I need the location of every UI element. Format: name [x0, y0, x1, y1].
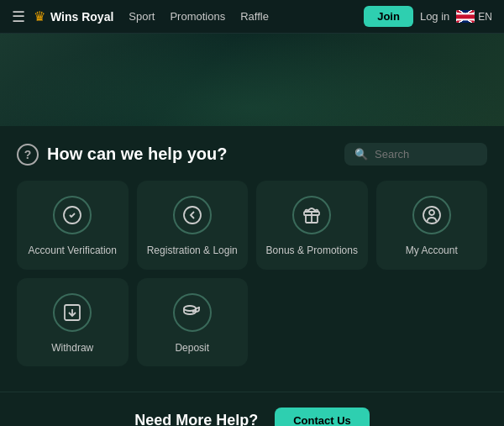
user-circle-icon [422, 205, 442, 225]
search-icon: 🔍 [354, 148, 368, 160]
card-label-registration-login: Registration & Login [147, 245, 238, 258]
card-registration-login[interactable]: Registration & Login [137, 181, 249, 270]
card-account-verification[interactable]: Account Verification [17, 181, 129, 270]
card-empty-2 [376, 278, 488, 367]
card-icon-gift [292, 196, 331, 234]
card-empty-1 [256, 278, 368, 367]
search-box[interactable]: 🔍 [344, 143, 487, 166]
language-selector[interactable]: EN [456, 10, 492, 23]
card-icon-check [53, 196, 92, 234]
card-label-withdraw: Withdraw [51, 342, 93, 355]
help-question-icon: ? [17, 144, 39, 166]
hamburger-icon[interactable]: ☰ [12, 8, 25, 26]
search-input[interactable] [375, 148, 477, 160]
main-nav: Sport Promotions Raffle [129, 10, 364, 23]
card-label-my-account: My Account [406, 245, 458, 258]
help-title-wrap: ? How can we help you? [17, 144, 227, 166]
help-title: How can we help you? [47, 145, 227, 164]
svg-point-5 [429, 210, 434, 215]
gift-icon [302, 205, 322, 225]
brand-name: Wins Royal [50, 10, 113, 24]
card-icon-user [412, 196, 451, 234]
need-more-help-section: Need More Help? Contact Us [0, 392, 504, 426]
card-deposit[interactable]: Deposit [137, 278, 249, 367]
nav-promotions[interactable]: Promotions [170, 10, 225, 23]
header-logo: ♛ Wins Royal [34, 8, 113, 24]
header-actions: Join Log in EN [364, 6, 492, 27]
login-button[interactable]: Log in [420, 10, 449, 23]
card-icon-withdraw [53, 293, 92, 332]
need-more-help-title: Need More Help? [134, 412, 258, 426]
cards-row-2: Withdraw Deposit [17, 278, 487, 367]
card-my-account[interactable]: My Account [376, 181, 488, 270]
card-label-account-verification: Account Verification [29, 245, 117, 258]
svg-point-1 [184, 207, 201, 224]
cards-row-1: Account Verification Registration & Logi… [17, 181, 487, 270]
nav-raffle[interactable]: Raffle [240, 10, 269, 23]
svg-point-8 [184, 306, 196, 311]
card-label-bonus-promotions: Bonus & Promotions [266, 245, 358, 258]
check-circle-icon [62, 205, 82, 225]
card-bonus-promotions[interactable]: Bonus & Promotions [256, 181, 368, 270]
arrow-left-icon [182, 205, 202, 225]
help-section: ? How can we help you? 🔍 Account Verific… [0, 126, 504, 392]
lang-label: EN [478, 11, 492, 23]
contact-us-button[interactable]: Contact Us [275, 408, 370, 426]
card-icon-deposit [173, 293, 212, 332]
card-withdraw[interactable]: Withdraw [17, 278, 129, 367]
card-icon-arrow [173, 196, 212, 234]
crown-icon: ♛ [34, 8, 45, 24]
join-button[interactable]: Join [364, 6, 413, 27]
uk-flag-icon [456, 10, 475, 23]
nav-sport[interactable]: Sport [129, 10, 155, 23]
coins-icon [182, 302, 202, 323]
hero-background [0, 34, 504, 126]
help-header: ? How can we help you? 🔍 [17, 143, 487, 166]
header: ☰ ♛ Wins Royal Sport Promotions Raffle J… [0, 0, 504, 34]
card-label-deposit: Deposit [175, 342, 209, 355]
download-box-icon [62, 302, 82, 323]
